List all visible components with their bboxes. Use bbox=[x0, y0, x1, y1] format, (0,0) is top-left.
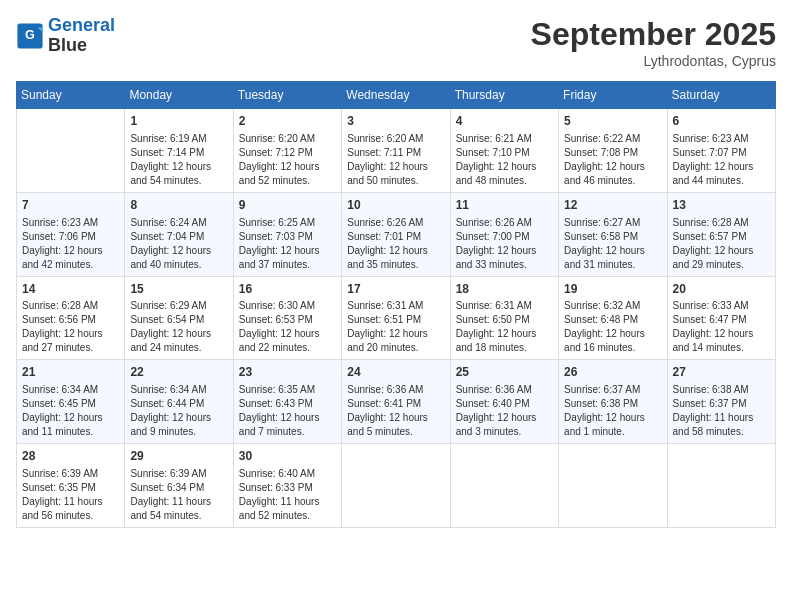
table-row: 13Sunrise: 6:28 AM Sunset: 6:57 PM Dayli… bbox=[667, 192, 775, 276]
table-row: 24Sunrise: 6:36 AM Sunset: 6:41 PM Dayli… bbox=[342, 360, 450, 444]
logo-line1: General bbox=[48, 15, 115, 35]
day-info: Sunrise: 6:24 AM Sunset: 7:04 PM Dayligh… bbox=[130, 216, 227, 272]
day-info: Sunrise: 6:23 AM Sunset: 7:06 PM Dayligh… bbox=[22, 216, 119, 272]
day-number: 19 bbox=[564, 281, 661, 298]
table-row bbox=[17, 109, 125, 193]
day-number: 10 bbox=[347, 197, 444, 214]
table-row: 20Sunrise: 6:33 AM Sunset: 6:47 PM Dayli… bbox=[667, 276, 775, 360]
col-friday: Friday bbox=[559, 82, 667, 109]
table-row: 1Sunrise: 6:19 AM Sunset: 7:14 PM Daylig… bbox=[125, 109, 233, 193]
day-number: 15 bbox=[130, 281, 227, 298]
day-number: 12 bbox=[564, 197, 661, 214]
col-wednesday: Wednesday bbox=[342, 82, 450, 109]
table-row: 2Sunrise: 6:20 AM Sunset: 7:12 PM Daylig… bbox=[233, 109, 341, 193]
table-row: 22Sunrise: 6:34 AM Sunset: 6:44 PM Dayli… bbox=[125, 360, 233, 444]
day-number: 16 bbox=[239, 281, 336, 298]
day-info: Sunrise: 6:39 AM Sunset: 6:35 PM Dayligh… bbox=[22, 467, 119, 523]
logo-icon: G bbox=[16, 22, 44, 50]
calendar-week-row: 14Sunrise: 6:28 AM Sunset: 6:56 PM Dayli… bbox=[17, 276, 776, 360]
day-info: Sunrise: 6:36 AM Sunset: 6:40 PM Dayligh… bbox=[456, 383, 553, 439]
day-info: Sunrise: 6:23 AM Sunset: 7:07 PM Dayligh… bbox=[673, 132, 770, 188]
table-row: 28Sunrise: 6:39 AM Sunset: 6:35 PM Dayli… bbox=[17, 444, 125, 528]
calendar-week-row: 21Sunrise: 6:34 AM Sunset: 6:45 PM Dayli… bbox=[17, 360, 776, 444]
day-info: Sunrise: 6:28 AM Sunset: 6:57 PM Dayligh… bbox=[673, 216, 770, 272]
day-number: 21 bbox=[22, 364, 119, 381]
table-row: 25Sunrise: 6:36 AM Sunset: 6:40 PM Dayli… bbox=[450, 360, 558, 444]
table-row: 17Sunrise: 6:31 AM Sunset: 6:51 PM Dayli… bbox=[342, 276, 450, 360]
day-info: Sunrise: 6:19 AM Sunset: 7:14 PM Dayligh… bbox=[130, 132, 227, 188]
col-monday: Monday bbox=[125, 82, 233, 109]
day-info: Sunrise: 6:38 AM Sunset: 6:37 PM Dayligh… bbox=[673, 383, 770, 439]
table-row: 7Sunrise: 6:23 AM Sunset: 7:06 PM Daylig… bbox=[17, 192, 125, 276]
table-row: 12Sunrise: 6:27 AM Sunset: 6:58 PM Dayli… bbox=[559, 192, 667, 276]
table-row bbox=[667, 444, 775, 528]
title-area: September 2025 Lythrodontas, Cyprus bbox=[531, 16, 776, 69]
day-number: 9 bbox=[239, 197, 336, 214]
day-info: Sunrise: 6:20 AM Sunset: 7:11 PM Dayligh… bbox=[347, 132, 444, 188]
day-info: Sunrise: 6:31 AM Sunset: 6:50 PM Dayligh… bbox=[456, 299, 553, 355]
day-info: Sunrise: 6:30 AM Sunset: 6:53 PM Dayligh… bbox=[239, 299, 336, 355]
col-sunday: Sunday bbox=[17, 82, 125, 109]
table-row: 14Sunrise: 6:28 AM Sunset: 6:56 PM Dayli… bbox=[17, 276, 125, 360]
day-number: 29 bbox=[130, 448, 227, 465]
day-number: 22 bbox=[130, 364, 227, 381]
day-info: Sunrise: 6:37 AM Sunset: 6:38 PM Dayligh… bbox=[564, 383, 661, 439]
day-number: 18 bbox=[456, 281, 553, 298]
calendar-week-row: 7Sunrise: 6:23 AM Sunset: 7:06 PM Daylig… bbox=[17, 192, 776, 276]
day-number: 1 bbox=[130, 113, 227, 130]
location-subtitle: Lythrodontas, Cyprus bbox=[531, 53, 776, 69]
col-tuesday: Tuesday bbox=[233, 82, 341, 109]
day-info: Sunrise: 6:39 AM Sunset: 6:34 PM Dayligh… bbox=[130, 467, 227, 523]
day-number: 25 bbox=[456, 364, 553, 381]
day-number: 27 bbox=[673, 364, 770, 381]
day-info: Sunrise: 6:35 AM Sunset: 6:43 PM Dayligh… bbox=[239, 383, 336, 439]
table-row: 23Sunrise: 6:35 AM Sunset: 6:43 PM Dayli… bbox=[233, 360, 341, 444]
day-number: 4 bbox=[456, 113, 553, 130]
day-number: 17 bbox=[347, 281, 444, 298]
day-number: 7 bbox=[22, 197, 119, 214]
day-number: 20 bbox=[673, 281, 770, 298]
table-row: 3Sunrise: 6:20 AM Sunset: 7:11 PM Daylig… bbox=[342, 109, 450, 193]
table-row: 19Sunrise: 6:32 AM Sunset: 6:48 PM Dayli… bbox=[559, 276, 667, 360]
logo-line2: Blue bbox=[48, 35, 87, 55]
logo-text: General Blue bbox=[48, 16, 115, 56]
day-info: Sunrise: 6:33 AM Sunset: 6:47 PM Dayligh… bbox=[673, 299, 770, 355]
day-info: Sunrise: 6:22 AM Sunset: 7:08 PM Dayligh… bbox=[564, 132, 661, 188]
day-number: 11 bbox=[456, 197, 553, 214]
day-info: Sunrise: 6:31 AM Sunset: 6:51 PM Dayligh… bbox=[347, 299, 444, 355]
table-row: 18Sunrise: 6:31 AM Sunset: 6:50 PM Dayli… bbox=[450, 276, 558, 360]
table-row: 11Sunrise: 6:26 AM Sunset: 7:00 PM Dayli… bbox=[450, 192, 558, 276]
day-info: Sunrise: 6:28 AM Sunset: 6:56 PM Dayligh… bbox=[22, 299, 119, 355]
day-number: 14 bbox=[22, 281, 119, 298]
day-number: 13 bbox=[673, 197, 770, 214]
day-info: Sunrise: 6:21 AM Sunset: 7:10 PM Dayligh… bbox=[456, 132, 553, 188]
month-title: September 2025 bbox=[531, 16, 776, 53]
svg-text:G: G bbox=[25, 28, 35, 42]
table-row: 6Sunrise: 6:23 AM Sunset: 7:07 PM Daylig… bbox=[667, 109, 775, 193]
calendar-week-row: 1Sunrise: 6:19 AM Sunset: 7:14 PM Daylig… bbox=[17, 109, 776, 193]
day-info: Sunrise: 6:20 AM Sunset: 7:12 PM Dayligh… bbox=[239, 132, 336, 188]
day-info: Sunrise: 6:36 AM Sunset: 6:41 PM Dayligh… bbox=[347, 383, 444, 439]
day-number: 2 bbox=[239, 113, 336, 130]
day-info: Sunrise: 6:25 AM Sunset: 7:03 PM Dayligh… bbox=[239, 216, 336, 272]
day-number: 30 bbox=[239, 448, 336, 465]
day-info: Sunrise: 6:26 AM Sunset: 7:01 PM Dayligh… bbox=[347, 216, 444, 272]
day-number: 3 bbox=[347, 113, 444, 130]
table-row: 27Sunrise: 6:38 AM Sunset: 6:37 PM Dayli… bbox=[667, 360, 775, 444]
col-thursday: Thursday bbox=[450, 82, 558, 109]
table-row: 21Sunrise: 6:34 AM Sunset: 6:45 PM Dayli… bbox=[17, 360, 125, 444]
day-number: 8 bbox=[130, 197, 227, 214]
table-row: 5Sunrise: 6:22 AM Sunset: 7:08 PM Daylig… bbox=[559, 109, 667, 193]
table-row: 26Sunrise: 6:37 AM Sunset: 6:38 PM Dayli… bbox=[559, 360, 667, 444]
day-info: Sunrise: 6:40 AM Sunset: 6:33 PM Dayligh… bbox=[239, 467, 336, 523]
day-info: Sunrise: 6:26 AM Sunset: 7:00 PM Dayligh… bbox=[456, 216, 553, 272]
table-row: 29Sunrise: 6:39 AM Sunset: 6:34 PM Dayli… bbox=[125, 444, 233, 528]
day-number: 6 bbox=[673, 113, 770, 130]
day-number: 5 bbox=[564, 113, 661, 130]
table-row bbox=[559, 444, 667, 528]
logo: G General Blue bbox=[16, 16, 115, 56]
day-info: Sunrise: 6:27 AM Sunset: 6:58 PM Dayligh… bbox=[564, 216, 661, 272]
table-row: 15Sunrise: 6:29 AM Sunset: 6:54 PM Dayli… bbox=[125, 276, 233, 360]
calendar-week-row: 28Sunrise: 6:39 AM Sunset: 6:35 PM Dayli… bbox=[17, 444, 776, 528]
day-info: Sunrise: 6:29 AM Sunset: 6:54 PM Dayligh… bbox=[130, 299, 227, 355]
